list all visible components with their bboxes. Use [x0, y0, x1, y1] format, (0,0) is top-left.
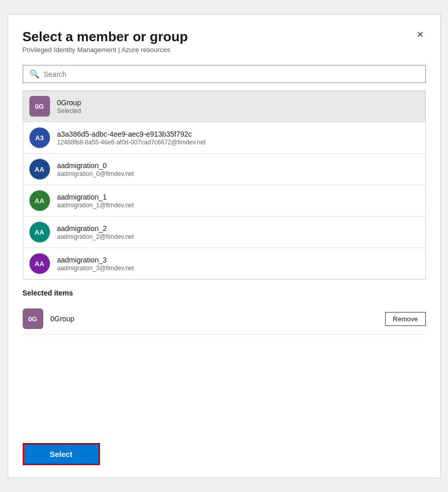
item-text: aadmigration_1aadmigration_1@fimdev.net: [57, 193, 134, 209]
dialog-subtitle: Privileged Identity Management | Azure r…: [23, 46, 188, 54]
avatar: 0G: [29, 96, 50, 117]
item-detail: aadmigration_3@fimdev.net: [57, 265, 134, 272]
selected-items-label: Selected items: [23, 289, 426, 297]
avatar: AA: [29, 253, 50, 274]
item-detail: Selected: [57, 107, 81, 114]
item-detail: aadmigration_0@fimdev.net: [57, 170, 134, 177]
item-text: 0GroupSelected: [57, 99, 81, 114]
select-member-dialog: Select a member or group Privileged Iden…: [8, 14, 441, 478]
item-text: a3a386d5-adbc-4ee9-aec9-e913b35f792c1248…: [57, 130, 206, 146]
item-name: a3a386d5-adbc-4ee9-aec9-e913b35f792c: [57, 130, 206, 138]
list-container: 0G0GroupSelectedA3a3a386d5-adbc-4ee9-aec…: [23, 90, 426, 280]
list-item[interactable]: AAaadmigration_3aadmigration_3@fimdev.ne…: [23, 248, 425, 279]
avatar: AA: [29, 222, 50, 242]
select-button[interactable]: Select: [23, 443, 100, 465]
avatar: A3: [29, 127, 50, 148]
item-name: aadmigration_0: [57, 161, 134, 170]
list-item[interactable]: AAaadmigration_1aadmigration_1@fimdev.ne…: [23, 185, 425, 217]
remove-button[interactable]: Remove: [385, 312, 425, 326]
selected-item-entry: 0G0GroupRemove: [23, 303, 426, 335]
item-name: aadmigration_2: [57, 224, 134, 233]
item-name: aadmigration_3: [57, 256, 134, 264]
dialog-title: Select a member or group: [23, 29, 188, 45]
item-name: aadmigration_1: [57, 193, 134, 201]
search-box: 🔍: [23, 65, 426, 83]
item-detail: 12488fb8-8a55-46e6-af0d-007cad7c6672@fim…: [57, 139, 206, 146]
item-detail: aadmigration_1@fimdev.net: [57, 202, 134, 209]
search-icon: 🔍: [29, 69, 40, 79]
search-input[interactable]: [44, 70, 419, 78]
item-name: 0Group: [57, 99, 81, 107]
selected-items-section: Selected items 0G0GroupRemove: [23, 289, 426, 335]
avatar: AA: [29, 159, 50, 179]
item-text: aadmigration_3aadmigration_3@fimdev.net: [57, 256, 134, 272]
item-text: aadmigration_2aadmigration_2@fimdev.net: [57, 224, 134, 240]
list-scroll[interactable]: 0G0GroupSelectedA3a3a386d5-adbc-4ee9-aec…: [23, 91, 425, 279]
list-item[interactable]: A3a3a386d5-adbc-4ee9-aec9-e913b35f792c12…: [23, 122, 425, 154]
footer: Select: [23, 429, 426, 465]
list-item[interactable]: AAaadmigration_2aadmigration_2@fimdev.ne…: [23, 217, 425, 248]
close-button[interactable]: ×: [415, 29, 426, 40]
avatar: AA: [29, 190, 50, 211]
selected-items-list: 0G0GroupRemove: [23, 303, 426, 335]
avatar: 0G: [23, 308, 43, 329]
dialog-header: Select a member or group Privileged Iden…: [23, 29, 426, 63]
list-item[interactable]: 0G0GroupSelected: [23, 91, 425, 122]
item-text: aadmigration_0aadmigration_0@fimdev.net: [57, 161, 134, 177]
list-item[interactable]: AAaadmigration_0aadmigration_0@fimdev.ne…: [23, 154, 425, 185]
selected-item-name: 0Group: [51, 315, 386, 323]
header-text: Select a member or group Privileged Iden…: [23, 29, 188, 63]
item-detail: aadmigration_2@fimdev.net: [57, 233, 134, 240]
